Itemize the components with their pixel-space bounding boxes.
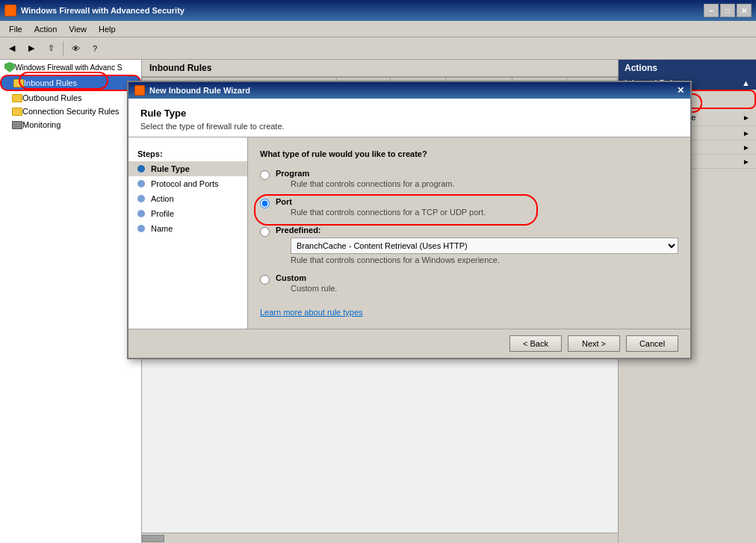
back-button[interactable]: < Back xyxy=(509,335,562,352)
menu-action[interactable]: Action xyxy=(28,23,63,35)
up-button[interactable]: ⇧ xyxy=(42,40,60,58)
learn-more-link[interactable]: Learn more about rule types xyxy=(260,308,678,317)
step-action[interactable]: Action xyxy=(128,191,247,206)
option-custom[interactable]: Custom Custom rule. xyxy=(260,273,678,293)
tree-root[interactable]: Windows Firewall with Advanc S xyxy=(0,60,141,75)
wizard-header-section: Rule Type Select the type of firewall ru… xyxy=(128,99,690,137)
custom-desc: Custom rule. xyxy=(276,284,337,293)
app-title: Windows Firewall with Advanced Security xyxy=(21,6,185,15)
app-icon xyxy=(4,4,16,16)
cancel-button[interactable]: Cancel xyxy=(626,335,678,352)
outbound-rules-icon xyxy=(12,94,22,102)
firewall-icon xyxy=(4,62,15,72)
sidebar-item-inbound-rules[interactable]: Inbound Rules xyxy=(0,75,141,91)
tree-root-label: Windows Firewall with Advanc S xyxy=(15,63,122,72)
option-port[interactable]: Port Rule that controls connections for … xyxy=(260,197,678,217)
program-desc: Rule that controls connections for a pro… xyxy=(276,179,455,188)
wizard-close-button[interactable]: ✕ xyxy=(677,85,684,96)
toolbar: ◀ ▶ ⇧ 👁 ? xyxy=(0,37,756,60)
wizard-steps-panel: Steps: Rule Type Protocol and Ports Acti… xyxy=(128,137,248,329)
wizard-options-panel: What type of rule would you like to crea… xyxy=(248,137,690,329)
left-panel: Windows Firewall with Advanc S Inbound R… xyxy=(0,60,142,543)
port-desc: Rule that controls connections for a TCP… xyxy=(276,208,486,217)
step-dot-action xyxy=(137,195,145,202)
sidebar-item-outbound-rules[interactable]: Outbound Rules xyxy=(0,91,141,105)
sidebar-item-monitoring[interactable]: Monitoring xyxy=(0,118,141,131)
predefined-desc: Rule that controls connections for a Win… xyxy=(276,255,678,264)
menu-bar: File Action View Help xyxy=(0,21,756,37)
section-collapse-icon[interactable]: ▲ xyxy=(742,78,750,87)
wizard-footer: < Back Next > Cancel xyxy=(128,329,690,358)
program-label: Program xyxy=(276,169,455,178)
predefined-label: Predefined: xyxy=(276,226,678,235)
wizard-icon xyxy=(134,85,145,96)
wizard-title-bar: New Inbound Rule Wizard ✕ xyxy=(128,82,690,99)
steps-heading: Steps: xyxy=(128,146,247,161)
sidebar-item-connection-security[interactable]: Connection Security Rules xyxy=(0,105,141,118)
show-hide-button[interactable]: 👁 xyxy=(66,40,84,58)
forward-button[interactable]: ▶ xyxy=(22,40,40,58)
menu-help[interactable]: Help xyxy=(93,23,122,35)
custom-label: Custom xyxy=(276,273,337,282)
arrow-icon-5: ► xyxy=(743,158,750,166)
help-button[interactable]: ? xyxy=(86,40,104,58)
step-rule-type[interactable]: Rule Type xyxy=(128,161,247,176)
connection-security-icon xyxy=(12,108,22,116)
menu-view[interactable]: View xyxy=(63,23,93,35)
predefined-dropdown[interactable]: BranchCache - Content Retrieval (Uses HT… xyxy=(291,238,678,254)
inbound-rules-label: Inbound Rules xyxy=(24,78,77,87)
wizard-description: Select the type of firewall rule to crea… xyxy=(140,122,678,131)
option-program[interactable]: Program Rule that controls connections f… xyxy=(260,169,678,188)
option-predefined[interactable]: Predefined: BranchCache - Content Retrie… xyxy=(260,226,678,264)
inbound-rules-icon xyxy=(13,79,24,87)
next-button[interactable]: Next > xyxy=(568,335,620,352)
center-panel-header: Inbound Rules xyxy=(142,60,618,77)
radio-port[interactable] xyxy=(260,199,270,208)
wizard-body: Steps: Rule Type Protocol and Ports Acti… xyxy=(128,137,690,329)
monitoring-icon xyxy=(12,121,22,129)
outbound-rules-label: Outbound Rules xyxy=(22,93,82,102)
menu-file[interactable]: File xyxy=(3,23,28,35)
back-button[interactable]: ◀ xyxy=(3,40,21,58)
arrow-icon-4: ► xyxy=(743,143,750,152)
port-label: Port xyxy=(276,197,486,206)
step-dot-name xyxy=(137,225,145,232)
step-dot-protocol xyxy=(137,180,145,187)
close-button[interactable]: ✕ xyxy=(737,4,752,17)
wizard-heading: Rule Type xyxy=(140,108,678,119)
step-name[interactable]: Name xyxy=(128,221,247,236)
arrow-icon-3: ► xyxy=(743,129,750,137)
wizard-question: What type of rule would you like to crea… xyxy=(260,149,678,158)
monitoring-label: Monitoring xyxy=(22,120,61,129)
new-rule-wizard-dialog: New Inbound Rule Wizard ✕ Rule Type Sele… xyxy=(127,81,692,359)
step-profile[interactable]: Profile xyxy=(128,206,247,221)
radio-predefined[interactable] xyxy=(260,227,270,237)
actions-header: Actions xyxy=(619,60,756,76)
filter-arrow-icon: ► xyxy=(743,114,750,122)
step-dot-rule-type xyxy=(137,165,145,173)
minimize-button[interactable]: – xyxy=(704,4,719,17)
step-dot-profile xyxy=(137,210,145,217)
horizontal-scrollbar[interactable] xyxy=(142,533,618,543)
wizard-title: New Inbound Rule Wizard xyxy=(149,86,250,95)
radio-program[interactable] xyxy=(260,170,270,180)
title-bar: Windows Firewall with Advanced Security … xyxy=(0,0,756,21)
radio-custom[interactable] xyxy=(260,275,270,285)
maximize-button[interactable]: □ xyxy=(720,4,735,17)
step-protocol-ports[interactable]: Protocol and Ports xyxy=(128,176,247,191)
connection-security-label: Connection Security Rules xyxy=(22,107,120,116)
